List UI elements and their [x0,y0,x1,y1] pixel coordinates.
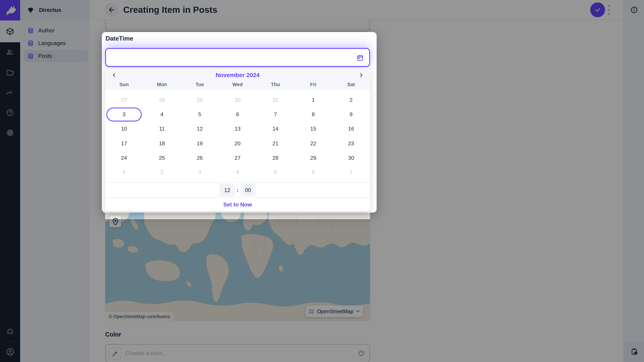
modal-overlay[interactable] [370,48,644,219]
time-row: 12 : 00 [105,183,370,197]
time-colon: : [237,187,238,193]
next-month-button[interactable] [356,70,366,80]
day-cell[interactable]: 1 [105,165,143,179]
chevron-right-icon [358,72,364,78]
day-cell[interactable]: 31 [256,93,294,107]
day-cell[interactable]: 14 [256,122,294,136]
weekday-label: Sun [105,82,143,89]
month-label[interactable]: November 2024 [105,72,370,78]
day-cell[interactable]: 30 [332,150,370,165]
calendar-day-grid: 2728293031123456789101112131415161718192… [105,93,370,179]
day-cell[interactable]: 15 [294,122,332,136]
day-cell[interactable]: 24 [105,150,143,165]
day-cell[interactable]: 27 [105,93,143,107]
weekday-label: Sat [332,82,370,89]
day-cell[interactable]: 2 [143,165,181,179]
day-cell[interactable]: 4 [219,165,256,179]
day-cell[interactable]: 28 [143,93,181,107]
minute-input[interactable]: 00 [240,184,256,197]
datetime-field-card: DateTime November 2024 SunM [102,32,376,213]
day-cell[interactable]: 7 [332,165,370,179]
day-cell[interactable]: 6 [219,107,256,122]
day-cell[interactable]: 30 [219,93,256,107]
weekday-label: Mon [143,82,181,89]
day-cell[interactable]: 25 [143,150,181,165]
weekday-label: Fri [294,82,332,89]
day-cell[interactable]: 20 [219,136,256,150]
calendar-icon[interactable] [356,54,364,61]
day-cell[interactable]: 6 [294,165,332,179]
day-cell[interactable]: 11 [143,122,181,136]
day-cell[interactable]: 26 [181,150,219,165]
day-cell[interactable]: 10 [105,122,143,136]
day-cell[interactable]: 2 [332,93,370,107]
day-cell[interactable]: 3 [181,165,219,179]
weekday-label: Thu [256,82,294,89]
day-cell[interactable]: 27 [219,150,256,165]
day-cell[interactable]: 29 [294,150,332,165]
day-cell[interactable]: 18 [143,136,181,150]
day-cell[interactable]: 23 [332,136,370,150]
set-to-now-row: Set to Now [105,198,370,211]
day-cell-selected[interactable]: 3 [105,107,143,122]
hour-input[interactable]: 12 [219,184,235,197]
weekday-label: Wed [219,82,256,89]
day-cell[interactable]: 8 [294,107,332,122]
modal-overlay[interactable] [0,48,105,219]
day-cell[interactable]: 5 [181,107,219,122]
selected-day-pill: 3 [106,107,142,121]
calendar-header-band: November 2024 SunMonTueWedThuFriSat [105,68,370,89]
day-cell[interactable]: 21 [256,136,294,150]
day-cell[interactable]: 12 [181,122,219,136]
day-cell[interactable]: 29 [181,93,219,107]
day-cell[interactable]: 22 [294,136,332,150]
day-cell[interactable]: 16 [332,122,370,136]
datetime-input[interactable] [105,48,370,67]
day-cell[interactable]: 5 [256,165,294,179]
day-cell[interactable]: 17 [105,136,143,150]
day-cell[interactable]: 4 [143,107,181,122]
day-cell[interactable]: 9 [332,107,370,122]
day-cell[interactable]: 1 [294,93,332,107]
day-cell[interactable]: 13 [219,122,256,136]
datetime-picker-menu: November 2024 SunMonTueWedThuFriSat 2728… [105,68,370,211]
modal-overlay[interactable] [0,219,644,362]
weekday-header: SunMonTueWedThuFriSat [105,82,370,89]
datetime-field-label: DateTime [106,35,133,42]
set-to-now-button[interactable]: Set to Now [223,201,252,207]
day-cell[interactable]: 19 [181,136,219,150]
day-cell[interactable]: 28 [256,150,294,165]
directus-app: OpenStreetMap © OpenStreetMap contributo… [0,0,644,362]
day-cell[interactable]: 7 [256,107,294,122]
weekday-label: Tue [181,82,219,89]
